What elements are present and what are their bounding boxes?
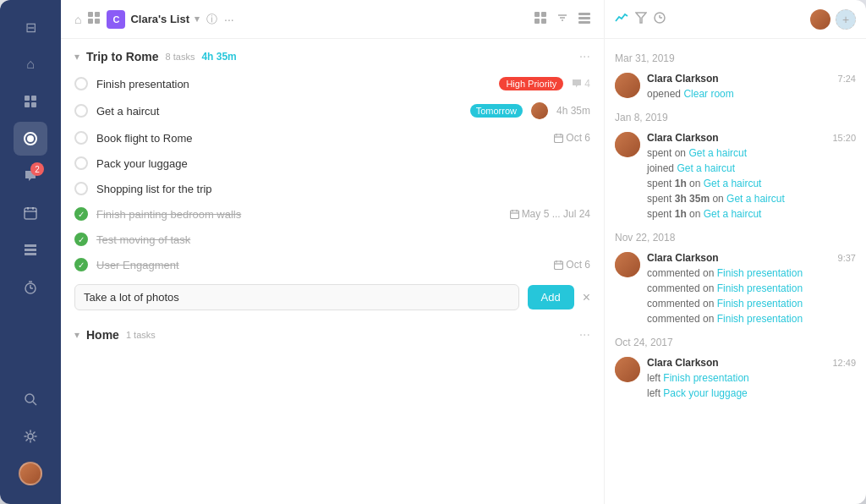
svg-rect-6 (25, 208, 36, 219)
task-checkbox-1[interactable] (74, 77, 88, 90)
add-task-input-wrap[interactable] (74, 284, 519, 310)
activity-link[interactable]: Finish presentation (717, 313, 803, 325)
svg-rect-27 (541, 19, 546, 24)
more-icon[interactable]: ··· (224, 13, 234, 26)
task-checkbox-3[interactable] (74, 131, 88, 145)
task-checkbox-5[interactable] (74, 182, 88, 195)
grid-icon[interactable] (14, 85, 47, 118)
list-title[interactable]: C Clara's List ▾ (107, 10, 200, 29)
calendar-icon[interactable] (14, 196, 47, 230)
list-item: Clara Clarkson 7:24 opened Clear room (615, 73, 856, 101)
svg-rect-26 (534, 19, 540, 24)
activity-line: opened Clear room (647, 86, 856, 101)
info-icon[interactable]: ⓘ (206, 12, 217, 27)
view-grid-icon[interactable] (534, 12, 546, 26)
activity-time: 15:20 (832, 133, 856, 143)
table-row[interactable]: ✓ Finish painting bedroom walls May 5 ..… (61, 201, 604, 227)
svg-rect-38 (510, 211, 518, 219)
panel-avatar-placeholder[interactable]: + (836, 9, 856, 30)
activity-link[interactable]: Get a haircut (704, 208, 762, 220)
section-title: Trip to Rome (86, 50, 159, 63)
settings-icon[interactable] (14, 419, 47, 453)
activity-link[interactable]: Finish presentation (717, 282, 803, 294)
task-checkbox-7[interactable]: ✓ (74, 233, 88, 246)
avatar (615, 73, 640, 98)
task-checkbox-8[interactable]: ✓ (74, 258, 88, 271)
table-row[interactable]: Get a haircut Tomorrow 4h 35m (61, 96, 604, 125)
table-row[interactable]: Pack your luggage (61, 151, 604, 176)
svg-rect-10 (25, 244, 36, 247)
activity-line: spent 3h 35m on Get a haircut (647, 191, 856, 206)
user-avatar[interactable] (14, 457, 47, 490)
activity-link[interactable]: Clear room (683, 88, 733, 100)
table-row[interactable]: ✓ User Engagment Oct 6 (61, 252, 604, 277)
timer-icon[interactable] (14, 271, 47, 304)
section-more-icon[interactable]: ··· (579, 49, 590, 64)
table-row[interactable]: Finish presentation High Priority 4 (61, 71, 604, 96)
svg-point-17 (25, 394, 34, 403)
view-list-icon[interactable] (578, 12, 590, 26)
add-button[interactable]: Add (528, 285, 574, 310)
chat-badge: 2 (30, 162, 44, 176)
activity-link[interactable]: Finish presentation (717, 298, 803, 310)
activity-link[interactable]: Get a haircut (726, 193, 785, 205)
activity-date-1: Mar 31, 2019 (615, 52, 856, 64)
sort-icon[interactable] (556, 12, 568, 26)
chat-icon[interactable]: 2 (14, 159, 47, 193)
table-row[interactable]: Shopping list for the trip (61, 176, 604, 201)
svg-rect-31 (578, 13, 590, 15)
task-icon[interactable] (14, 122, 47, 156)
panel-icon[interactable]: ⊟ (14, 10, 47, 44)
task-date-8: Oct 6 (554, 259, 590, 271)
home-toolbar-icon[interactable]: ⌂ (74, 13, 81, 26)
activity-scroll: Mar 31, 2019 Clara Clarkson 7:24 opened … (605, 39, 866, 504)
activity-link[interactable]: Finish presentation (663, 372, 748, 384)
activity-filter-icon[interactable] (635, 12, 647, 26)
table-icon[interactable] (14, 233, 47, 267)
app-window: ⊟ ⌂ 2 (0, 0, 866, 504)
list-item: Clara Clarkson 12:49 left Finish present… (615, 357, 856, 401)
section-header-trip-to-rome: ▾ Trip to Rome 8 tasks 4h 35m ··· (61, 39, 604, 71)
task-checkbox-2[interactable] (74, 104, 88, 118)
task-date-value-8: Oct 6 (566, 259, 590, 271)
cancel-button[interactable]: × (583, 290, 590, 305)
section-time: 4h 35m (201, 51, 236, 63)
task-list-area: ▾ Trip to Rome 8 tasks 4h 35m ··· Finish… (61, 39, 604, 504)
svg-rect-20 (88, 12, 93, 17)
table-row[interactable]: ✓ Test moving of task (61, 227, 604, 252)
avatar (615, 252, 640, 277)
svg-rect-33 (578, 21, 590, 24)
activity-link[interactable]: Get a haircut (677, 162, 735, 174)
avatar (615, 132, 640, 157)
activity-link[interactable]: Get a haircut (688, 147, 747, 159)
activity-date-2: Jan 8, 2019 (615, 112, 856, 123)
task-checkbox-4[interactable] (74, 156, 88, 170)
activity-link[interactable]: Finish presentation (717, 267, 803, 279)
activity-time: 9:37 (838, 253, 856, 263)
search-icon[interactable] (14, 382, 47, 416)
svg-marker-46 (636, 13, 646, 23)
home-section-more-icon[interactable]: ··· (579, 327, 590, 342)
list-name: Clara's List (130, 13, 189, 25)
task-date-3: Oct 6 (554, 132, 590, 144)
collapse-icon[interactable]: ▾ (74, 51, 79, 63)
activity-link[interactable]: Get a haircut (704, 178, 762, 189)
task-name-1: Finish presentation (96, 78, 491, 90)
table-row[interactable]: Book flight to Rome Oct 6 (61, 125, 604, 151)
activity-trend-icon[interactable] (615, 11, 628, 27)
list-item: Clara Clarkson 15:20 spent on Get a hair… (615, 132, 856, 222)
list-item: Clara Clarkson 9:37 commented on Finish … (615, 252, 856, 326)
activity-user: Clara Clarkson (647, 73, 719, 85)
activity-line: commented on Finish presentation (647, 296, 856, 311)
activity-date-3: Nov 22, 2018 (615, 232, 856, 244)
add-task-input[interactable] (84, 291, 510, 304)
task-checkbox-6[interactable]: ✓ (74, 207, 88, 221)
task-duration: 4h 35m (556, 105, 590, 117)
activity-clock-icon[interactable] (654, 12, 666, 26)
home-collapse-icon[interactable]: ▾ (74, 329, 79, 341)
layout-icon[interactable] (88, 12, 100, 26)
activity-link[interactable]: Pack your luggage (663, 387, 747, 399)
activity-user: Clara Clarkson (647, 252, 719, 264)
home-icon[interactable]: ⌂ (14, 47, 47, 81)
activity-date-4: Oct 24, 2017 (615, 337, 856, 348)
